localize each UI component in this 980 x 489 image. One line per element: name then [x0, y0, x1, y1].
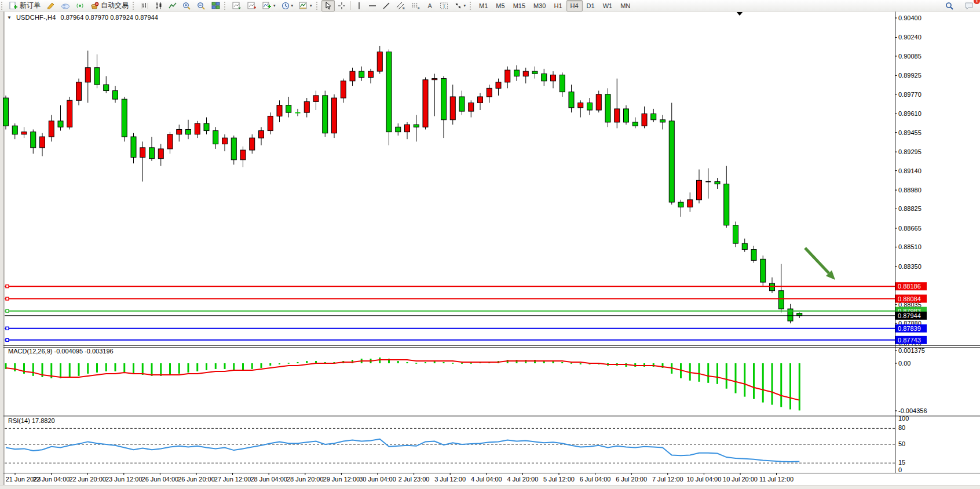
notification-badge: 1 — [974, 0, 980, 4]
horizontal-line-icon — [368, 2, 376, 10]
svg-text:0.87743: 0.87743 — [898, 337, 921, 344]
svg-text:0.88186: 0.88186 — [898, 283, 921, 290]
brush-icon — [46, 2, 55, 10]
timeframe-m1-button[interactable]: M1 — [475, 0, 492, 12]
level-anchor-handle[interactable] — [6, 285, 9, 288]
svg-text:28 Jun 04:00: 28 Jun 04:00 — [250, 476, 287, 483]
svg-text:A: A — [427, 2, 432, 9]
fibonacci-tool-button[interactable]: F — [408, 0, 423, 12]
timeframe-d1-button[interactable]: D1 — [583, 0, 599, 12]
indicators-button[interactable]: ▾ — [259, 0, 279, 12]
svg-text:0.88665: 0.88665 — [898, 225, 922, 232]
toolbar-grip[interactable] — [133, 2, 137, 10]
new-order-icon — [9, 2, 18, 10]
svg-text:4 Jul 20:00: 4 Jul 20:00 — [507, 476, 538, 483]
toolbar-grip[interactable] — [316, 2, 320, 10]
text-label-icon: T — [440, 2, 448, 10]
svg-text:27 Jun 12:00: 27 Jun 12:00 — [214, 476, 251, 483]
svg-text:2 Jul 23:00: 2 Jul 23:00 — [398, 476, 430, 483]
timeframe-m5-button[interactable]: M5 — [492, 0, 509, 12]
svg-text:4 Jul 04:00: 4 Jul 04:00 — [471, 476, 502, 483]
chevron-down-icon: ▾ — [464, 3, 466, 8]
search-icon — [945, 2, 954, 10]
chevron-down-icon: ▾ — [273, 3, 276, 8]
toolbar-grip[interactable] — [224, 2, 228, 10]
vertical-line-icon — [356, 2, 363, 10]
crosshair-tool-button[interactable] — [335, 0, 349, 12]
line-chart-button[interactable] — [166, 0, 180, 12]
vertical-line-tool-button[interactable] — [353, 0, 365, 12]
svg-text:0.90400: 0.90400 — [898, 14, 922, 21]
chart-collapse-icon[interactable]: ▼ — [7, 15, 12, 20]
horizontal-line-tool-button[interactable] — [365, 0, 379, 12]
svg-text:80: 80 — [898, 424, 905, 431]
bar-chart-button[interactable] — [138, 0, 152, 12]
svg-text:0.90085: 0.90085 — [898, 53, 922, 60]
timeframe-m15-button[interactable]: M15 — [509, 0, 529, 12]
text-tool-button[interactable]: A — [423, 0, 437, 12]
svg-text:11 Jul 12:00: 11 Jul 12:00 — [759, 476, 793, 483]
svg-text:26 Jun 20:00: 26 Jun 20:00 — [178, 476, 215, 483]
level-anchor-handle[interactable] — [6, 309, 9, 312]
search-button[interactable] — [942, 0, 957, 12]
chart-ohlc-values: 0.87964 0.87970 0.87924 0.87944 — [61, 14, 158, 21]
svg-text:0.89925: 0.89925 — [898, 72, 922, 79]
notifications-button[interactable]: 1 — [961, 0, 977, 12]
arrows-icon — [454, 2, 462, 10]
templates-button[interactable]: ▾ — [296, 0, 315, 12]
svg-text:0.90240: 0.90240 — [898, 34, 922, 41]
timeframe-h1-button[interactable]: H1 — [550, 0, 566, 12]
chat-bubble-icon — [964, 2, 974, 10]
candlestick-chart-button[interactable] — [152, 0, 166, 12]
cursor-icon — [324, 2, 332, 10]
line-chart-icon — [169, 2, 177, 10]
chart-shift-button[interactable] — [244, 0, 259, 12]
svg-text:E: E — [403, 6, 405, 10]
svg-text:29 Jun 12:00: 29 Jun 12:00 — [323, 476, 360, 483]
cursor-tool-button[interactable] — [321, 0, 335, 12]
new-order-button[interactable]: 新订单 — [6, 0, 43, 12]
tile-windows-button[interactable] — [209, 0, 223, 12]
zoom-out-icon — [197, 2, 206, 10]
svg-text:3 Jul 12:00: 3 Jul 12:00 — [434, 476, 466, 483]
trendline-tool-button[interactable] — [379, 0, 393, 12]
styles-button[interactable] — [43, 0, 58, 12]
svg-text:0.001375: 0.001375 — [898, 347, 925, 354]
timeframe-w1-button[interactable]: W1 — [599, 0, 617, 12]
timeframe-h4-button[interactable]: H4 — [566, 0, 583, 12]
svg-text:0.88350: 0.88350 — [898, 263, 922, 270]
arrows-tool-button[interactable]: ▾ — [451, 0, 469, 12]
zoom-in-button[interactable] — [180, 0, 194, 12]
svg-text:26 Jun 04:00: 26 Jun 04:00 — [142, 476, 179, 483]
channel-tool-button[interactable]: E — [393, 0, 408, 12]
svg-text:T: T — [443, 3, 446, 9]
toolbar-grip[interactable] — [1, 2, 5, 10]
toolbar-grip[interactable] — [470, 2, 474, 10]
level-anchor-handle[interactable] — [6, 297, 9, 300]
svg-text:0.89770: 0.89770 — [898, 91, 922, 98]
equidistant-channel-icon: E — [396, 2, 405, 10]
svg-text:15: 15 — [898, 459, 905, 466]
signals-button[interactable] — [73, 0, 87, 12]
timeframe-m30-button[interactable]: M30 — [529, 0, 550, 12]
window-bottom-strip — [0, 485, 980, 489]
candlestick-chart-icon — [155, 2, 163, 10]
indicators-icon — [262, 2, 272, 10]
svg-text:0.89295: 0.89295 — [898, 148, 922, 155]
zoom-in-icon — [182, 2, 191, 10]
market-watch-button[interactable] — [58, 0, 73, 12]
level-anchor-handle[interactable] — [6, 327, 9, 330]
periods-button[interactable]: ▾ — [279, 0, 297, 12]
timeframe-mn-button[interactable]: MN — [616, 0, 634, 12]
mt4-terminal-window: 新订单 自动交易 — [0, 0, 980, 489]
svg-text:5 Jul 12:00: 5 Jul 12:00 — [543, 476, 575, 483]
autotrade-button[interactable]: 自动交易 — [87, 0, 131, 12]
svg-text:6 Jul 20:00: 6 Jul 20:00 — [616, 476, 647, 483]
price-chart-canvas[interactable]: 0.904000.902400.900850.899250.897700.896… — [0, 0, 980, 489]
new-chart-button[interactable] — [229, 0, 244, 12]
level-anchor-handle[interactable] — [6, 338, 9, 341]
zoom-out-button[interactable] — [194, 0, 209, 12]
label-tool-button[interactable]: T — [437, 0, 451, 12]
new-chart-icon — [232, 2, 242, 10]
svg-text:30 Jun 04:00: 30 Jun 04:00 — [359, 476, 396, 483]
